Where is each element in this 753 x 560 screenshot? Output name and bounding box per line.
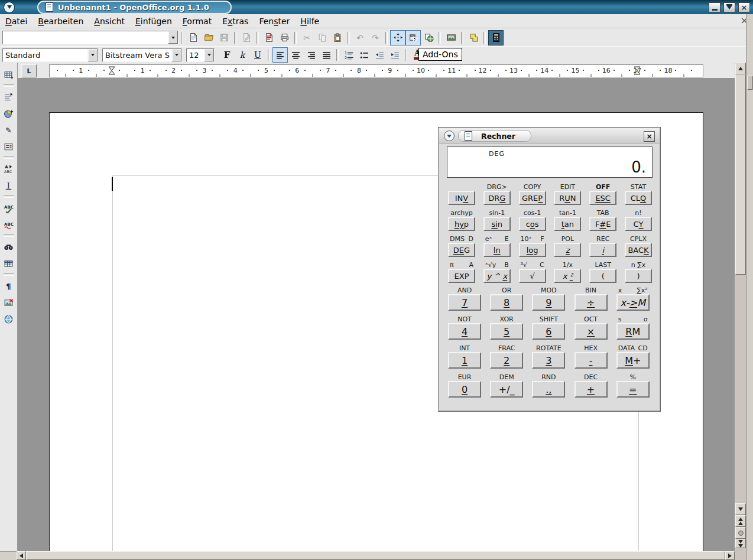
navigation-button[interactable] <box>735 527 746 539</box>
graphics-onoff-button[interactable] <box>1 294 17 311</box>
calc-key-4[interactable]: 4 <box>448 323 481 340</box>
calc-key-9[interactable]: 9 <box>532 294 565 311</box>
bullets-list-button[interactable] <box>356 47 372 63</box>
online-layout-button[interactable] <box>1 311 17 327</box>
form-functions-button[interactable] <box>1 138 17 155</box>
calc-key-run[interactable]: RUN <box>554 191 581 205</box>
calc-key-5[interactable]: 5 <box>490 323 523 340</box>
calc-key-plus[interactable]: + <box>575 381 608 398</box>
calc-key-back[interactable]: BACK <box>625 243 652 257</box>
indent-marker[interactable] <box>634 66 641 77</box>
menu-hilfe[interactable]: Hilfe <box>295 15 324 28</box>
style-dropdown-button[interactable] <box>87 49 98 61</box>
direct-cursor-button[interactable]: I <box>1 177 17 194</box>
calc-key-drg[interactable]: DRG <box>483 191 511 205</box>
scroll-down-button[interactable] <box>735 503 746 515</box>
insert-object-button[interactable] <box>1 105 17 122</box>
window-frame-grip[interactable] <box>747 76 753 90</box>
insert-table-button[interactable] <box>1 66 17 83</box>
size-dropdown-button[interactable] <box>204 49 214 61</box>
calc-key-7[interactable]: 7 <box>448 294 481 311</box>
calc-key-0[interactable]: 0 <box>448 381 481 398</box>
draw-functions-button[interactable]: ✎ <box>1 122 17 138</box>
vertical-scrollbar-thumb[interactable] <box>735 74 746 275</box>
calc-key-grep[interactable]: GREP <box>519 191 546 205</box>
menu-ansicht[interactable]: Ansicht <box>89 15 130 28</box>
indent-marker[interactable] <box>108 66 115 77</box>
tab-stop-selector[interactable]: L <box>21 64 37 77</box>
align-justify-button[interactable] <box>319 47 334 63</box>
window-menu-button[interactable] <box>4 2 15 13</box>
url-dropdown-button[interactable] <box>168 31 178 44</box>
print-button[interactable] <box>277 30 292 45</box>
font-size-input[interactable] <box>187 49 204 61</box>
align-left-button[interactable] <box>272 47 288 63</box>
nonprinting-chars-button[interactable]: ¶ <box>1 278 17 294</box>
calc-key-tan[interactable]: tan <box>554 217 581 231</box>
calc-key-sqrt[interactable]: √ <box>519 269 546 283</box>
minimize-button[interactable] <box>709 2 720 12</box>
url-input[interactable] <box>3 31 168 44</box>
scroll-right-button[interactable] <box>725 551 735 560</box>
autotext-button[interactable]: AABC <box>1 161 17 177</box>
menu-extras[interactable]: Extras <box>217 15 254 28</box>
horizontal-scrollbar[interactable] <box>17 551 735 560</box>
calc-key-power[interactable]: y ^ x <box>483 269 511 283</box>
data-sources-button[interactable] <box>466 30 481 45</box>
calc-key-store-memory[interactable]: x->M <box>616 294 650 311</box>
calc-key-z[interactable]: z <box>554 243 581 257</box>
calc-key-sign[interactable]: +/_ <box>490 381 523 398</box>
menu-einf-gen[interactable]: Einfügen <box>130 15 177 28</box>
calc-key-1[interactable]: 1 <box>448 352 481 369</box>
next-page-button[interactable] <box>735 539 746 548</box>
calc-key-hyp[interactable]: hyp <box>448 217 475 231</box>
calc-key-8[interactable]: 8 <box>490 294 523 311</box>
scroll-left-button[interactable] <box>17 551 26 560</box>
calc-key-2[interactable]: 2 <box>490 352 523 369</box>
calc-key-divide[interactable]: ÷ <box>575 294 608 311</box>
calc-key-i[interactable]: i <box>589 243 616 257</box>
menu-datei[interactable]: Datei <box>0 15 33 28</box>
calc-key-multiply[interactable]: × <box>575 323 608 340</box>
bold-button[interactable]: F <box>219 47 235 63</box>
spellcheck-button[interactable]: ABC <box>1 200 17 216</box>
paste-button[interactable] <box>330 30 345 45</box>
calc-key-cos[interactable]: cos <box>519 217 546 231</box>
underline-button[interactable]: U <box>250 47 265 63</box>
calc-key-x-squared[interactable]: x ² <box>554 269 581 283</box>
decrease-indent-button[interactable] <box>372 47 387 63</box>
menu-bearbeiten[interactable]: Bearbeiten <box>33 15 89 28</box>
insert-fields-button[interactable] <box>1 89 17 105</box>
stylist-button[interactable] <box>405 30 421 45</box>
calc-key-inv[interactable]: INV <box>448 191 475 205</box>
calc-key-paren-open[interactable]: ( <box>589 269 616 283</box>
calculator-button[interactable] <box>488 30 504 45</box>
menu-format[interactable]: Format <box>177 15 217 28</box>
find-replace-button[interactable] <box>1 239 17 255</box>
calc-key-6[interactable]: 6 <box>532 323 565 340</box>
calculator-titlebar[interactable]: Rechner × <box>439 128 660 144</box>
calc-key-deg[interactable]: DEG <box>448 243 475 257</box>
calc-key-sin[interactable]: sin <box>483 217 511 231</box>
scroll-up-button[interactable] <box>735 63 746 74</box>
calc-key-decimal[interactable]: ., <box>532 381 565 398</box>
calculator-menu-button[interactable] <box>444 131 455 141</box>
horizontal-scrollbar-thumb[interactable] <box>26 551 725 560</box>
auto-spellcheck-button[interactable]: ABC <box>1 216 17 233</box>
close-button[interactable]: × <box>738 2 750 12</box>
calc-key-cy[interactable]: CY <box>625 217 652 231</box>
hyperlink-button[interactable] <box>421 30 436 45</box>
calculator-close-button[interactable]: × <box>644 131 655 142</box>
align-right-button[interactable] <box>303 47 319 63</box>
calc-key-exp[interactable]: EXP <box>448 269 475 283</box>
font-dropdown-button[interactable] <box>171 49 181 61</box>
menu-fenster[interactable]: Fenster <box>254 15 295 28</box>
navigator-button[interactable] <box>390 30 405 45</box>
calc-key-log[interactable]: log <box>519 243 546 257</box>
calc-key-3[interactable]: 3 <box>532 352 565 369</box>
calc-key-recall-memory[interactable]: RM <box>616 323 650 340</box>
align-center-button[interactable] <box>288 47 303 63</box>
increase-indent-button[interactable] <box>387 47 403 63</box>
italic-button[interactable]: k <box>235 47 250 63</box>
calc-key-esc[interactable]: ESC <box>589 191 616 205</box>
